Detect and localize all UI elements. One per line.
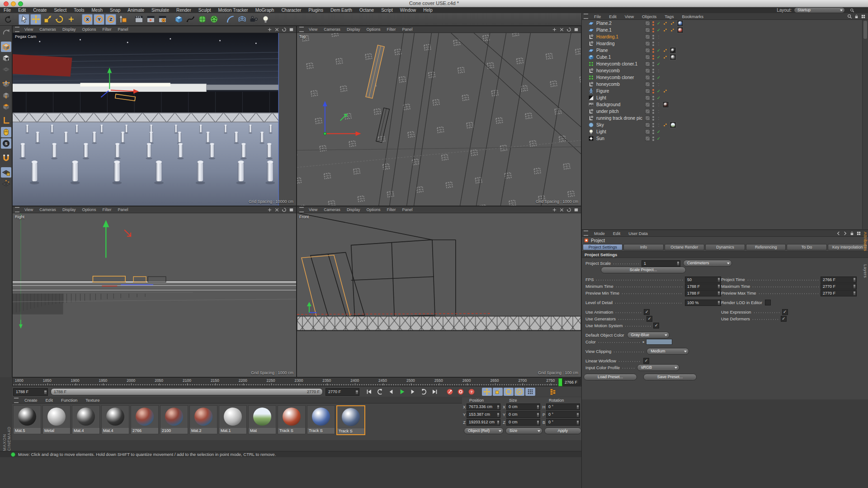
tmove-button[interactable]	[482, 388, 492, 396]
menu-item-filter[interactable]: Filter	[383, 27, 399, 32]
color-expand-arrow[interactable]: ▸	[643, 340, 645, 344]
visibility-dots[interactable]	[651, 89, 655, 94]
object-row-background[interactable]: Background:	[582, 101, 862, 108]
playrev-button[interactable]	[375, 388, 385, 396]
project-scale-field[interactable]: 1	[642, 260, 680, 267]
filter-icon[interactable]	[861, 14, 866, 19]
menu-item-select[interactable]: Select	[50, 8, 70, 13]
material-menu-icon[interactable]	[14, 398, 19, 403]
attr-checkbox-use-generators[interactable]: ✓	[646, 316, 652, 322]
material-tag-icon[interactable]	[670, 54, 676, 61]
phong-tag-icon[interactable]	[662, 88, 668, 94]
menu-item-filter[interactable]: Filter	[99, 207, 114, 212]
phong-tag-icon[interactable]	[662, 20, 668, 26]
menu-item-filter[interactable]: Filter	[383, 207, 399, 212]
history-back-icon[interactable]	[836, 231, 841, 236]
object-row-plane-2[interactable]: Plane.2✓	[582, 20, 862, 27]
menu-item-file[interactable]: File	[590, 14, 605, 19]
history-forward-icon[interactable]	[843, 231, 848, 236]
menu-item-cameras[interactable]: Cameras	[36, 207, 59, 212]
layer-box[interactable]	[645, 122, 650, 127]
tab-layers[interactable]: Layers	[863, 264, 868, 278]
viewport-rotate-icon[interactable]	[566, 207, 572, 212]
object-row-plane[interactable]: Plane✓	[582, 47, 862, 54]
right-canvas[interactable]	[13, 213, 296, 377]
layer-box[interactable]	[645, 75, 650, 80]
menu-item-sculpt[interactable]: Sculpt	[195, 8, 215, 13]
viewport-maximize-icon[interactable]	[573, 27, 579, 32]
menu-item-options[interactable]: Options	[79, 27, 99, 32]
visibility-dots[interactable]	[651, 35, 655, 39]
material-tag-icon[interactable]	[670, 122, 676, 128]
visibility-dots[interactable]	[651, 116, 655, 121]
enable-toggle[interactable]: ✓	[656, 95, 661, 100]
visibility-dots[interactable]	[651, 103, 655, 107]
layer-box[interactable]	[645, 41, 650, 46]
menu-item-filter[interactable]: Filter	[99, 27, 114, 32]
texturemode-icon[interactable]	[1, 53, 11, 63]
viewport-menu-icon[interactable]	[299, 27, 304, 32]
undo-icon[interactable]	[2, 14, 13, 25]
menu-item-bookmarks[interactable]: Bookmarks	[678, 14, 708, 19]
enable-toggle[interactable]: :	[656, 109, 661, 114]
layer-box[interactable]	[645, 61, 650, 66]
viewport-top[interactable]: ViewCamerasDisplayOptionsFilterPanel Top	[297, 26, 581, 206]
recq-button[interactable]: ?	[467, 388, 476, 396]
menu-item-display[interactable]: Display	[344, 207, 363, 212]
menu-item-edit[interactable]: Edit	[605, 14, 620, 19]
object-row-under-pitch[interactable]: under pitch:	[582, 108, 862, 115]
reckey-button[interactable]	[445, 388, 455, 396]
axisx-icon[interactable]: X	[82, 14, 93, 25]
save-preset-button[interactable]: Save Preset...	[643, 374, 697, 380]
menu-item-objects[interactable]: Objects	[638, 14, 660, 19]
apply-button[interactable]: Apply	[544, 427, 581, 434]
linear-workflow-checkbox[interactable]: ✓	[643, 358, 649, 364]
menu-item-display[interactable]: Display	[59, 27, 79, 32]
enable-toggle[interactable]: :	[656, 34, 661, 39]
tdots-button[interactable]	[525, 388, 535, 396]
pointmode-icon[interactable]	[1, 79, 11, 89]
enable-toggle[interactable]: ✓	[656, 129, 661, 134]
enable-toggle[interactable]: ✓	[656, 55, 661, 60]
menu-item-panel[interactable]: Panel	[114, 27, 131, 32]
material-track-s[interactable]: Track S	[278, 405, 306, 434]
polymode-icon[interactable]	[1, 101, 11, 112]
visibility-dots[interactable]	[651, 109, 655, 114]
cube-icon[interactable]	[173, 14, 184, 25]
menu-item-tools[interactable]: Tools	[70, 8, 88, 13]
visibility-dots[interactable]	[651, 62, 655, 66]
menu-item-snap[interactable]: Snap	[106, 8, 124, 13]
position-x-field[interactable]: 7673.336 cm	[467, 404, 500, 410]
menu-item-dem-earth[interactable]: Dem Earth	[327, 8, 356, 13]
menu-item-display[interactable]: Display	[59, 207, 79, 212]
timeline-ruler[interactable]: 1800185019001950200020502100215022002250…	[12, 377, 581, 386]
loop-button[interactable]	[419, 388, 429, 396]
viewport-rotate-icon[interactable]	[566, 27, 572, 32]
menu-item-render[interactable]: Render	[173, 8, 195, 13]
tscale-button[interactable]	[493, 388, 503, 396]
layer-box[interactable]	[645, 129, 650, 134]
attr-checkbox-use-animation[interactable]: ✓	[644, 309, 650, 315]
play-button[interactable]	[397, 388, 407, 396]
layer-box[interactable]	[645, 95, 650, 100]
menu-item-view[interactable]: View	[21, 207, 36, 212]
layer-box[interactable]	[645, 68, 650, 73]
attr-field-preview-max-time[interactable]: 2770 F	[821, 290, 857, 296]
phong-tag-icon[interactable]	[662, 54, 668, 60]
material-mat-5[interactable]: Mat.5	[13, 405, 41, 434]
enable-toggle[interactable]: :	[656, 82, 661, 87]
enable-toggle[interactable]: ✓	[656, 48, 661, 53]
viewport-pan-icon[interactable]	[552, 27, 557, 32]
position-z-field[interactable]: 19203.912 cm	[467, 419, 500, 426]
scale-project-button[interactable]: Scale Project...	[601, 267, 686, 273]
menu-item-script[interactable]: Script	[377, 8, 396, 13]
layer-box[interactable]	[645, 82, 650, 87]
viewport-rotate-icon[interactable]	[281, 27, 287, 32]
quantize-icon[interactable]	[1, 127, 11, 137]
menu-item-octane[interactable]: Octane	[356, 8, 377, 13]
menu-item-mograph[interactable]: MoGraph	[252, 8, 278, 13]
menu-item-help[interactable]: Help	[420, 8, 436, 13]
layer-box[interactable]	[645, 89, 650, 94]
layer-box[interactable]	[645, 136, 650, 141]
object-row-honeycomb[interactable]: honeycomb:	[582, 81, 862, 88]
